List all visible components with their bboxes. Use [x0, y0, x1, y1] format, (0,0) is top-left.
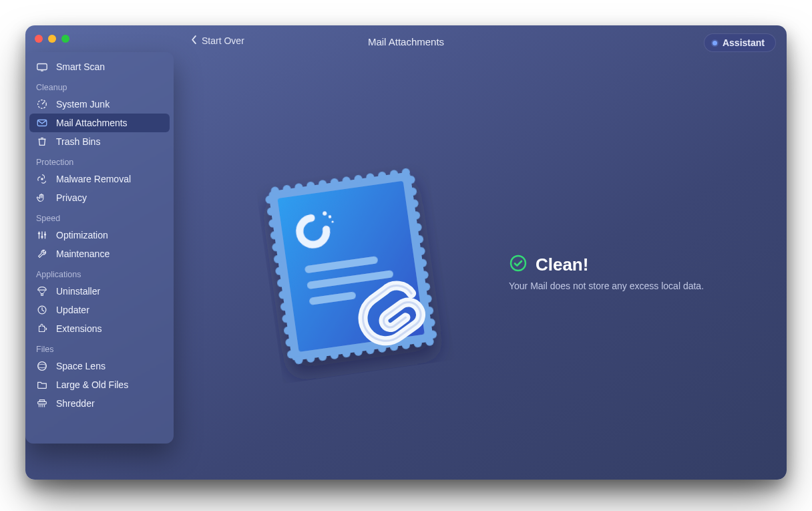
sidebar: Smart Scan Cleanup System Junk Mail Atta… — [25, 52, 174, 444]
lens-icon — [36, 360, 48, 372]
sidebar-item-label: Extensions — [56, 323, 102, 334]
svg-point-13 — [44, 233, 46, 235]
assistant-status-dot-icon — [713, 41, 717, 45]
svg-rect-16 — [41, 294, 43, 296]
wrench-icon — [36, 248, 48, 260]
sidebar-item-updater[interactable]: Updater — [29, 301, 170, 319]
sidebar-item-label: Trash Bins — [56, 136, 100, 147]
sidebar-item-label: Smart Scan — [56, 61, 105, 72]
sidebar-item-extensions[interactable]: Extensions — [29, 319, 170, 338]
svg-rect-1 — [41, 70, 43, 71]
sidebar-section-applications: Applications — [29, 263, 170, 282]
folder-icon — [36, 379, 48, 391]
result-title: Clean! — [536, 254, 588, 275]
mail-stamp-illustration — [262, 159, 469, 379]
svg-rect-0 — [37, 64, 47, 70]
result-subtitle: Your Mail does not store any excess loca… — [509, 281, 704, 291]
sidebar-section-cleanup: Cleanup — [29, 76, 170, 95]
svg-point-19 — [38, 364, 47, 367]
minimize-window-button[interactable] — [48, 35, 56, 43]
sidebar-item-maintenance[interactable]: Maintenance — [29, 244, 170, 263]
sidebar-item-trash-bins[interactable]: Trash Bins — [29, 132, 170, 151]
zoom-window-button[interactable] — [61, 35, 69, 43]
mail-icon — [36, 117, 48, 129]
assistant-button[interactable]: Assistant — [704, 33, 776, 52]
window-controls — [35, 35, 69, 43]
svg-point-11 — [38, 232, 40, 234]
checkmark-circle-icon — [509, 254, 528, 275]
sidebar-item-label: Large & Old Files — [56, 379, 128, 390]
trash-icon — [36, 136, 48, 148]
sidebar-item-label: System Junk — [56, 99, 110, 110]
close-window-button[interactable] — [35, 35, 43, 43]
gauge-icon — [36, 98, 48, 110]
updater-icon — [36, 304, 48, 316]
svg-point-87 — [511, 256, 526, 271]
sidebar-item-malware-removal[interactable]: Malware Removal — [29, 170, 170, 188]
result-panel: Clean! Your Mail does not store any exce… — [509, 254, 704, 291]
svg-point-7 — [41, 178, 43, 180]
sidebar-item-label: Mail Attachments — [56, 118, 128, 128]
sidebar-item-label: Updater — [56, 305, 89, 315]
start-over-label: Start Over — [202, 35, 244, 46]
hazard-icon — [36, 173, 48, 185]
sidebar-item-optimization[interactable]: Optimization — [29, 226, 170, 244]
sidebar-item-smart-scan[interactable]: Smart Scan — [29, 57, 170, 76]
assistant-label: Assistant — [723, 37, 765, 48]
svg-point-18 — [38, 362, 47, 371]
parachute-icon — [36, 285, 48, 297]
svg-point-12 — [41, 236, 43, 238]
sidebar-item-uninstaller[interactable]: Uninstaller — [29, 282, 170, 301]
scan-icon — [36, 61, 48, 73]
stamp-icon — [255, 161, 455, 383]
sidebar-item-label: Privacy — [56, 192, 87, 203]
shredder-icon — [36, 397, 48, 409]
sidebar-item-privacy[interactable]: Privacy — [29, 188, 170, 207]
sidebar-section-files: Files — [29, 338, 170, 357]
sliders-icon — [36, 229, 48, 241]
chevron-left-icon — [191, 35, 198, 47]
sidebar-item-label: Malware Removal — [56, 174, 131, 184]
sidebar-item-label: Space Lens — [56, 361, 106, 371]
sidebar-item-label: Uninstaller — [56, 286, 100, 297]
svg-line-3 — [42, 102, 45, 104]
main-content: Clean! Your Mail does not store any exce… — [179, 65, 787, 480]
sidebar-item-shredder[interactable]: Shredder — [29, 394, 170, 413]
sidebar-item-large-old-files[interactable]: Large & Old Files — [29, 375, 170, 394]
sidebar-section-speed: Speed — [29, 207, 170, 226]
page-title: Mail Attachments — [25, 36, 787, 47]
app-window: Start Over Mail Attachments Assistant Sm… — [25, 25, 787, 480]
puzzle-icon — [36, 323, 48, 335]
sidebar-item-label: Maintenance — [56, 248, 110, 259]
hand-icon — [36, 192, 48, 204]
sidebar-item-system-junk[interactable]: System Junk — [29, 95, 170, 114]
sidebar-item-label: Shredder — [56, 398, 95, 409]
sidebar-item-space-lens[interactable]: Space Lens — [29, 357, 170, 375]
sidebar-item-label: Optimization — [56, 230, 108, 240]
sidebar-section-protection: Protection — [29, 151, 170, 170]
start-over-button[interactable]: Start Over — [191, 35, 244, 47]
sidebar-item-mail-attachments[interactable]: Mail Attachments — [29, 114, 170, 132]
